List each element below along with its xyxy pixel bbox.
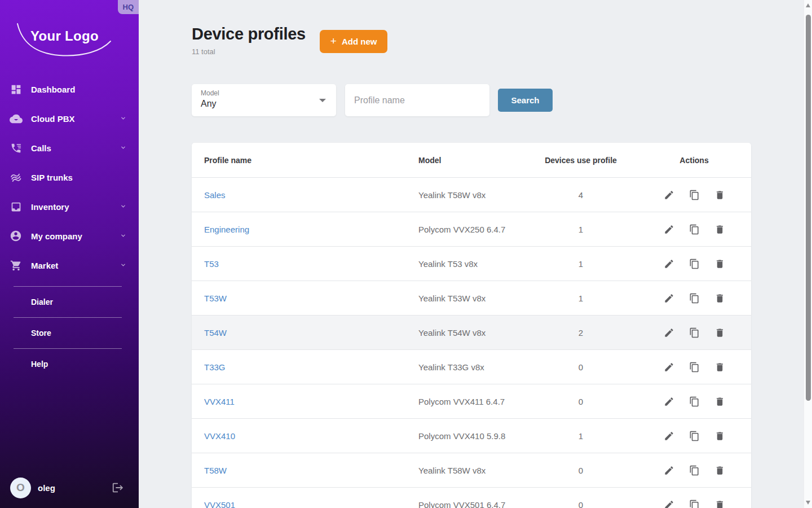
delete-icon[interactable] bbox=[714, 431, 725, 441]
sidebar-item-dialer[interactable]: Dialer bbox=[0, 287, 139, 317]
chevron-down-icon bbox=[120, 260, 126, 270]
profile-link[interactable]: VVX410 bbox=[204, 431, 235, 441]
delete-icon[interactable] bbox=[714, 190, 725, 200]
sidebar-item-help[interactable]: Help bbox=[0, 349, 139, 379]
inventory-icon bbox=[9, 200, 23, 213]
delete-icon[interactable] bbox=[714, 465, 725, 476]
delete-icon[interactable] bbox=[714, 396, 725, 407]
edit-icon[interactable] bbox=[664, 190, 674, 200]
sidebar-item-label: Cloud PBX bbox=[31, 114, 120, 124]
sidebar-item-store[interactable]: Store bbox=[0, 318, 139, 348]
sidebar-item-inventory[interactable]: Inventory bbox=[0, 192, 139, 221]
copy-icon[interactable] bbox=[689, 500, 700, 508]
edit-icon[interactable] bbox=[664, 431, 674, 441]
copy-icon[interactable] bbox=[689, 431, 700, 441]
chevron-down-icon bbox=[120, 202, 126, 212]
search-button[interactable]: Search bbox=[498, 89, 553, 112]
table-body: Sales Yealink T58W v8x 4 Engineering Pol… bbox=[192, 177, 751, 508]
copy-icon[interactable] bbox=[689, 224, 700, 235]
delete-icon[interactable] bbox=[714, 224, 725, 235]
devices-count-cell: 1 bbox=[536, 294, 626, 303]
user-row[interactable]: O oleg bbox=[0, 467, 139, 508]
table-row: VVX410 Polycom VVX410 5.9.8 1 bbox=[192, 418, 751, 453]
phone-icon bbox=[9, 141, 23, 155]
dashboard-icon bbox=[9, 82, 23, 96]
copy-icon[interactable] bbox=[689, 259, 700, 269]
logo: Your Logo bbox=[0, 0, 139, 73]
table-row: T53W Yealink T53W v8x 1 bbox=[192, 281, 751, 315]
table-row: T54W Yealink T54W v8x 2 bbox=[192, 315, 751, 349]
devices-count-cell: 0 bbox=[536, 466, 626, 475]
chevron-down-icon bbox=[120, 113, 126, 124]
sidebar-item-cloud-pbx[interactable]: Cloud PBX bbox=[0, 104, 139, 133]
table-row: T58W Yealink T58W v8x 0 bbox=[192, 453, 751, 487]
sidebar-item-label: Calls bbox=[31, 143, 120, 153]
edit-icon[interactable] bbox=[664, 259, 674, 269]
edit-icon[interactable] bbox=[664, 327, 674, 338]
column-header-model: Model bbox=[406, 156, 536, 165]
table-row: VVX501 Polycom VVX501 6.4.7 0 bbox=[192, 487, 751, 508]
profile-link[interactable]: Engineering bbox=[204, 225, 249, 234]
model-cell: Polycom VVX410 5.9.8 bbox=[406, 431, 536, 441]
model-cell: Yealink T58W v8x bbox=[406, 466, 536, 475]
copy-icon[interactable] bbox=[689, 293, 700, 304]
edit-icon[interactable] bbox=[664, 465, 674, 476]
chevron-down-icon bbox=[120, 231, 126, 241]
edit-icon[interactable] bbox=[664, 293, 674, 304]
add-new-button[interactable]: + Add new bbox=[320, 30, 388, 53]
sidebar-nav: Dashboard Cloud PBX Calls bbox=[0, 75, 139, 280]
model-cell: Polycom VVX501 6.4.7 bbox=[406, 500, 536, 508]
sidebar-item-dashboard[interactable]: Dashboard bbox=[0, 75, 139, 104]
profile-link[interactable]: T53 bbox=[204, 259, 219, 269]
sidebar-item-my-company[interactable]: My company bbox=[0, 221, 139, 251]
copy-icon[interactable] bbox=[689, 465, 700, 476]
sidebar-item-sip-trunks[interactable]: SIP trunks bbox=[0, 163, 139, 192]
profile-link[interactable]: T58W bbox=[204, 466, 227, 475]
copy-icon[interactable] bbox=[689, 190, 700, 200]
add-new-label: Add new bbox=[342, 37, 377, 46]
profile-link[interactable]: T33G bbox=[204, 362, 226, 372]
copy-icon[interactable] bbox=[689, 396, 700, 407]
delete-icon[interactable] bbox=[714, 500, 725, 508]
edit-icon[interactable] bbox=[664, 224, 674, 235]
devices-count-cell: 0 bbox=[536, 397, 626, 406]
table-row: Engineering Polycom VVX250 6.4.7 1 bbox=[192, 212, 751, 246]
edit-icon[interactable] bbox=[664, 396, 674, 407]
delete-icon[interactable] bbox=[714, 362, 725, 373]
main-content: Device profiles 11 total + Add new Model… bbox=[139, 0, 812, 508]
profile-link[interactable]: T53W bbox=[204, 294, 227, 303]
cart-icon bbox=[9, 259, 23, 272]
profile-link[interactable]: VVX411 bbox=[204, 397, 235, 406]
model-select-value: Any bbox=[201, 99, 327, 109]
delete-icon[interactable] bbox=[714, 259, 725, 269]
profile-link[interactable]: Sales bbox=[204, 190, 226, 200]
edit-icon[interactable] bbox=[664, 500, 674, 508]
total-count: 11 total bbox=[192, 47, 306, 56]
edit-icon[interactable] bbox=[664, 362, 674, 373]
scrollbar[interactable] bbox=[804, 0, 812, 508]
copy-icon[interactable] bbox=[689, 327, 700, 338]
model-select[interactable]: Model Any bbox=[192, 84, 336, 116]
device-profiles-table: Profile name Model Devices use profile A… bbox=[192, 143, 751, 508]
profile-link[interactable]: T54W bbox=[204, 328, 227, 338]
sidebar-item-calls[interactable]: Calls bbox=[0, 133, 139, 163]
sidebar-item-market[interactable]: Market bbox=[0, 251, 139, 280]
scrollbar-thumb[interactable] bbox=[806, 15, 811, 401]
table-header: Profile name Model Devices use profile A… bbox=[192, 143, 751, 177]
scroll-down-arrow[interactable] bbox=[806, 501, 810, 505]
logout-icon[interactable] bbox=[112, 481, 124, 494]
sidebar-secondary-nav: Dialer Store Help bbox=[0, 286, 139, 379]
user-name: oleg bbox=[38, 483, 112, 493]
sidebar: HQ Your Logo Dashboard Cloud PBX bbox=[0, 0, 139, 508]
table-row: Sales Yealink T58W v8x 4 bbox=[192, 177, 751, 212]
model-select-label: Model bbox=[201, 89, 327, 97]
copy-icon[interactable] bbox=[689, 362, 700, 373]
profile-name-input[interactable] bbox=[345, 84, 489, 116]
devices-count-cell: 1 bbox=[536, 431, 626, 441]
devices-count-cell: 2 bbox=[536, 328, 626, 338]
delete-icon[interactable] bbox=[714, 327, 725, 338]
delete-icon[interactable] bbox=[714, 293, 725, 304]
logo-text: Your Logo bbox=[30, 28, 99, 44]
profile-link[interactable]: VVX501 bbox=[204, 500, 235, 508]
scroll-up-arrow[interactable] bbox=[806, 3, 810, 7]
